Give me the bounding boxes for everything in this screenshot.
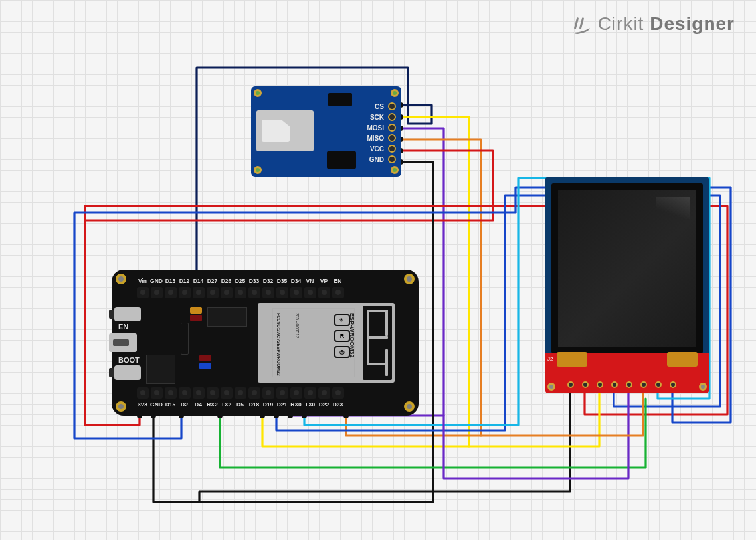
pad-dc[interactable] <box>640 381 647 388</box>
boot-label: BOOT <box>118 356 140 364</box>
level-shifter-ic <box>328 93 352 106</box>
en-button[interactable] <box>114 307 141 321</box>
pad-blk[interactable] <box>670 381 676 388</box>
pin-labels-bottom: 3V3GNDD15 D2D4RX2 TX2D5D18 D19D21RX0 TX0… <box>136 401 345 408</box>
micro-usb-port <box>109 333 137 352</box>
tft-pin-pads <box>567 381 676 388</box>
esp32-rf-shield: FCC9D:2AC72ESPWROOM32 205 - 000512 ESP-W… <box>258 303 395 383</box>
shield-etchings: FCC9D:2AC72ESPWROOM32 205 - 000512 ESP-W… <box>272 308 355 377</box>
tft-display-module[interactable]: J2 <box>545 177 709 393</box>
sdcard-pin-header: CS SCK MOSI MISO VCC GND <box>364 102 396 163</box>
pad-sda[interactable] <box>611 381 618 388</box>
brand-text: Cirkit Designer <box>598 13 735 35</box>
mounting-hole <box>254 166 262 174</box>
pcb-antenna <box>363 306 392 380</box>
mounting-hole <box>391 166 399 174</box>
microsd-slot <box>256 110 314 151</box>
pad-res[interactable] <box>626 381 632 388</box>
flex-ribbon <box>557 352 587 367</box>
mounting-hole <box>254 89 262 97</box>
pad-vcc[interactable] <box>582 381 589 388</box>
mounting-hole <box>404 401 415 412</box>
brand-logo: Cirkit Designer <box>570 13 735 35</box>
logo-icon <box>570 17 591 31</box>
pin-mosi[interactable]: MOSI <box>364 124 396 132</box>
mounting-hole <box>699 383 707 391</box>
silk-label: J2 <box>547 356 553 362</box>
capacitor <box>190 307 202 314</box>
mounting-hole <box>116 274 126 284</box>
pin-sck[interactable]: SCK <box>364 113 396 121</box>
mounting-hole <box>391 89 399 97</box>
brand-cirkit: Cirkit <box>598 13 644 34</box>
en-label: EN <box>118 323 128 331</box>
pin-labels-top: VinGNDD13 D12D14D27 D26D25D33 D32D35D34 … <box>136 278 345 284</box>
pin-miso[interactable]: MISO <box>364 134 396 142</box>
pad-sck[interactable] <box>597 381 603 388</box>
fcc-id: FCC9D:2AC72ESPWROOM32 <box>276 313 281 379</box>
tft-bezel <box>545 177 709 360</box>
pin-header-bottom[interactable] <box>137 387 344 399</box>
usb-uart-chip <box>146 355 175 384</box>
capacitor <box>199 355 211 361</box>
ce-mark-icon: R <box>334 330 350 342</box>
mounting-hole <box>404 274 415 284</box>
capacitor <box>199 363 211 369</box>
tft-pcb: J2 <box>545 353 709 393</box>
mounting-hole <box>547 383 555 391</box>
capacitor <box>190 315 202 321</box>
pad-cs[interactable] <box>655 381 662 388</box>
mounting-hole <box>116 401 126 412</box>
voltage-regulator <box>207 307 247 327</box>
flex-ribbon <box>667 352 698 367</box>
brand-designer: Designer <box>650 13 735 34</box>
esp32-devkit[interactable]: EN BOOT VinGNDD13 D12D14D27 D26D25D33 D3… <box>112 270 419 416</box>
sub-id: 205 - 000512 <box>295 313 300 379</box>
regulator-ic <box>327 151 356 169</box>
pin-vcc[interactable]: VCC <box>364 145 396 153</box>
pad-gnd[interactable] <box>567 381 574 388</box>
pin-gnd[interactable]: GND <box>364 155 396 163</box>
espressif-logo-icon: ◎ <box>334 346 350 358</box>
status-led-strip <box>181 323 189 355</box>
wifi-cert-icon: ᯤ <box>334 314 350 326</box>
pin-header-top[interactable] <box>137 287 344 298</box>
pin-cs[interactable]: CS <box>364 102 396 110</box>
sdcard-module[interactable]: CS SCK MOSI MISO VCC GND <box>251 86 401 177</box>
tft-screen <box>558 190 696 347</box>
boot-button[interactable] <box>114 365 141 380</box>
